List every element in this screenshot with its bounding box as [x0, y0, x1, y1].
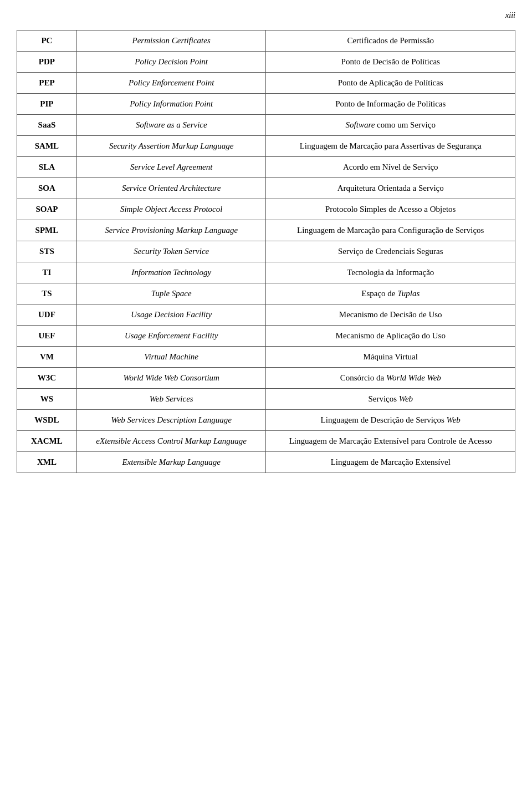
- portuguese-cell: Linguagem de Marcação Extensível para Co…: [266, 431, 515, 452]
- table-row: SAMLSecurity Assertion Markup LanguageLi…: [17, 136, 515, 157]
- english-cell: Security Assertion Markup Language: [76, 136, 266, 157]
- english-cell: Web Services Description Language: [76, 410, 266, 431]
- english-cell: Service Oriented Architecture: [76, 178, 266, 199]
- english-cell: Usage Enforcement Facility: [76, 326, 266, 347]
- portuguese-cell: Serviço de Credenciais Seguras: [266, 241, 515, 262]
- english-cell: Security Token Service: [76, 241, 266, 262]
- portuguese-cell: Consórcio da World Wide Web: [266, 368, 515, 389]
- english-cell: Simple Object Access Protocol: [76, 199, 266, 220]
- abbreviation-cell: STS: [17, 241, 77, 262]
- table-row: TIInformation TechnologyTecnologia da In…: [17, 262, 515, 283]
- english-cell: Permission Certificates: [76, 31, 266, 52]
- table-row: PIPPolicy Information PointPonto de Info…: [17, 94, 515, 115]
- table-row: SOAService Oriented ArchitectureArquitet…: [17, 178, 515, 199]
- table-row: WSWeb ServicesServiços Web: [17, 389, 515, 410]
- portuguese-cell: Linguagem de Marcação para Configuração …: [266, 220, 515, 241]
- abbreviation-cell: UDF: [17, 304, 77, 326]
- english-cell: World Wide Web Consortium: [76, 368, 266, 389]
- table-row: VMVirtual MachineMáquina Virtual: [17, 347, 515, 368]
- table-row: XMLExtensible Markup LanguageLinguagem d…: [17, 452, 515, 473]
- english-cell: Virtual Machine: [76, 347, 266, 368]
- abbreviation-cell: XML: [17, 452, 77, 473]
- english-cell: Extensible Markup Language: [76, 452, 266, 473]
- english-cell: eXtensible Access Control Markup Languag…: [76, 431, 266, 452]
- table-row: PCPermission CertificatesCertificados de…: [17, 31, 515, 52]
- portuguese-cell: Arquitetura Orientada a Serviço: [266, 178, 515, 199]
- portuguese-cell: Mecanismo de Decisão de Uso: [266, 304, 515, 326]
- english-cell: Software as a Service: [76, 115, 266, 136]
- portuguese-cell: Linguagem de Marcação para Assertivas de…: [266, 136, 515, 157]
- table-row: STSSecurity Token ServiceServiço de Cred…: [17, 241, 515, 262]
- abbreviation-cell: SOA: [17, 178, 77, 199]
- portuguese-cell: Linguagem de Descrição de Serviços Web: [266, 410, 515, 431]
- portuguese-cell: Certificados de Permissão: [266, 31, 515, 52]
- abbreviation-cell: SPML: [17, 220, 77, 241]
- portuguese-cell: Protocolo Simples de Acesso a Objetos: [266, 199, 515, 220]
- table-row: SaaSSoftware as a ServiceSoftware como u…: [17, 115, 515, 136]
- english-cell: Policy Information Point: [76, 94, 266, 115]
- portuguese-cell: Espaço de Tuplas: [266, 283, 515, 304]
- portuguese-cell: Ponto de Aplicação de Políticas: [266, 73, 515, 94]
- abbreviation-cell: VM: [17, 347, 77, 368]
- abbreviation-cell: TS: [17, 283, 77, 304]
- portuguese-cell: Máquina Virtual: [266, 347, 515, 368]
- portuguese-cell: Mecanismo de Aplicação do Uso: [266, 326, 515, 347]
- portuguese-cell: Serviços Web: [266, 389, 515, 410]
- table-row: PDPPolicy Decision PointPonto de Decisão…: [17, 52, 515, 73]
- page-number: xiii: [17, 11, 515, 20]
- abbreviation-cell: XACML: [17, 431, 77, 452]
- abbreviation-cell: PC: [17, 31, 77, 52]
- portuguese-cell: Acordo em Nível de Serviço: [266, 157, 515, 178]
- abbreviation-cell: PDP: [17, 52, 77, 73]
- portuguese-cell: Software como um Serviço: [266, 115, 515, 136]
- abbreviation-cell: PIP: [17, 94, 77, 115]
- acronym-table: PCPermission CertificatesCertificados de…: [17, 30, 515, 473]
- abbreviation-cell: W3C: [17, 368, 77, 389]
- table-row: SLAService Level AgreementAcordo em Níve…: [17, 157, 515, 178]
- abbreviation-cell: SAML: [17, 136, 77, 157]
- table-row: PEPPolicy Enforcement PointPonto de Apli…: [17, 73, 515, 94]
- abbreviation-cell: TI: [17, 262, 77, 283]
- abbreviation-cell: PEP: [17, 73, 77, 94]
- english-cell: Tuple Space: [76, 283, 266, 304]
- abbreviation-cell: UEF: [17, 326, 77, 347]
- table-row: UEFUsage Enforcement FacilityMecanismo d…: [17, 326, 515, 347]
- portuguese-cell: Ponto de Decisão de Políticas: [266, 52, 515, 73]
- portuguese-cell: Linguagem de Marcação Extensível: [266, 452, 515, 473]
- abbreviation-cell: SOAP: [17, 199, 77, 220]
- table-row: SPMLService Provisioning Markup Language…: [17, 220, 515, 241]
- table-row: WSDLWeb Services Description LanguageLin…: [17, 410, 515, 431]
- portuguese-cell: Tecnologia da Informação: [266, 262, 515, 283]
- table-row: TSTuple SpaceEspaço de Tuplas: [17, 283, 515, 304]
- english-cell: Usage Decision Facility: [76, 304, 266, 326]
- portuguese-cell: Ponto de Informação de Políticas: [266, 94, 515, 115]
- english-cell: Web Services: [76, 389, 266, 410]
- abbreviation-cell: WS: [17, 389, 77, 410]
- abbreviation-cell: SaaS: [17, 115, 77, 136]
- table-row: W3CWorld Wide Web ConsortiumConsórcio da…: [17, 368, 515, 389]
- english-cell: Information Technology: [76, 262, 266, 283]
- english-cell: Policy Decision Point: [76, 52, 266, 73]
- english-cell: Policy Enforcement Point: [76, 73, 266, 94]
- table-row: UDFUsage Decision FacilityMecanismo de D…: [17, 304, 515, 326]
- table-row: SOAPSimple Object Access ProtocolProtoco…: [17, 199, 515, 220]
- abbreviation-cell: SLA: [17, 157, 77, 178]
- table-row: XACMLeXtensible Access Control Markup La…: [17, 431, 515, 452]
- english-cell: Service Level Agreement: [76, 157, 266, 178]
- english-cell: Service Provisioning Markup Language: [76, 220, 266, 241]
- abbreviation-cell: WSDL: [17, 410, 77, 431]
